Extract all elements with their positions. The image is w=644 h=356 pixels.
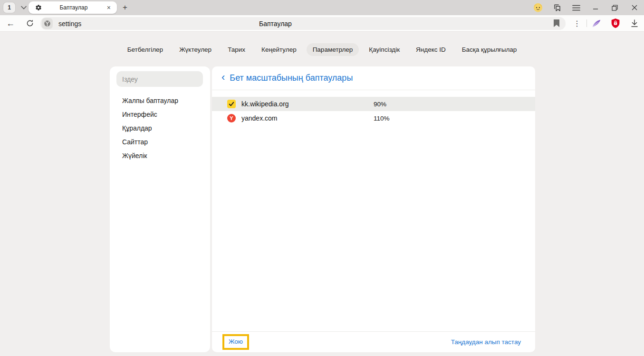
tab-counter-badge[interactable]: 1 xyxy=(3,2,15,13)
yandex-favicon-icon: Y xyxy=(227,114,236,122)
site-badge[interactable] xyxy=(42,18,53,29)
checkmark-icon xyxy=(229,102,234,107)
bookmark-page-button[interactable] xyxy=(553,19,560,27)
shield-lock-icon xyxy=(611,18,620,28)
nav-tab-extensions[interactable]: Кеңейтулер xyxy=(255,43,303,56)
site-zoom-list: kk.wikipedia.org 90% Y yandex.com 110% xyxy=(212,97,535,125)
window-restore-button[interactable] xyxy=(605,0,625,15)
sidebar-item-general[interactable]: Жалпы баптаулар xyxy=(110,94,210,107)
site-zoom-value: 110% xyxy=(374,115,390,122)
checkbox-checked-icon[interactable] xyxy=(227,100,236,108)
restore-icon xyxy=(612,5,618,11)
tab-strip: 1 Баптаулар × + xyxy=(0,0,644,15)
yandex-browser-icon xyxy=(44,20,51,27)
gear-icon xyxy=(35,4,42,11)
tab-list-chevron-button[interactable] xyxy=(18,2,29,13)
browser-menu-button[interactable] xyxy=(567,0,586,15)
site-row-wikipedia[interactable]: kk.wikipedia.org 90% xyxy=(212,97,535,111)
settings-sidebar: Жалпы баптаулар Интерфейс Құралдар Сайтт… xyxy=(110,66,210,352)
nav-tab-settings[interactable]: Параметрлер xyxy=(307,43,359,56)
browser-tab-settings[interactable]: Баптаулар × xyxy=(29,1,117,14)
nav-tab-history[interactable]: Тарих xyxy=(221,43,251,56)
site-row-yandex[interactable]: Y yandex.com 110% xyxy=(212,111,535,125)
unselect-all-link[interactable]: Таңдаудан алып тастау xyxy=(451,338,521,346)
sidebar-items: Жалпы баптаулар Интерфейс Құралдар Сайтт… xyxy=(110,94,210,162)
sidebar-item-sites[interactable]: Сайттар xyxy=(110,135,210,149)
sidebar-search xyxy=(116,71,203,87)
window-close-button[interactable] xyxy=(625,0,644,15)
nav-tab-other-devices[interactable]: Басқа құрылғылар xyxy=(456,43,523,56)
reload-icon xyxy=(26,19,34,27)
vertical-dots-icon: ⋮ xyxy=(573,19,581,28)
url-overflow-menu-button[interactable]: ⋮ xyxy=(567,15,586,31)
page-zoom-settings-panel: ‹ Бет масштабының баптаулары kk.wikipedi… xyxy=(212,66,535,352)
address-bar: ← settings Баптаулар ⋮ xyxy=(0,15,644,32)
settings-page: Бетбелгілер Жүктеулер Тарих Кеңейтулер П… xyxy=(0,32,644,356)
site-zoom-value: 90% xyxy=(374,101,386,108)
downloads-button[interactable] xyxy=(625,15,644,31)
delete-button[interactable]: Жою xyxy=(222,334,249,349)
sidebar-item-system[interactable]: Жүйелік xyxy=(110,149,210,162)
nav-tab-downloads[interactable]: Жүктеулер xyxy=(173,43,218,56)
nav-tab-security[interactable]: Қауіпсіздік xyxy=(363,43,406,56)
sidebar-item-interface[interactable]: Интерфейс xyxy=(110,107,210,121)
panel-header[interactable]: ‹ Бет масштабының баптаулары xyxy=(212,66,535,90)
protect-shield-button[interactable] xyxy=(606,15,625,31)
window-minimize-button[interactable] xyxy=(586,0,605,15)
collections-button[interactable] xyxy=(548,0,567,15)
chevron-down-icon xyxy=(21,6,27,9)
settings-nav-tabs: Бетбелгілер Жүктеулер Тарих Кеңейтулер П… xyxy=(0,43,644,56)
nav-tab-bookmarks[interactable]: Бетбелгілер xyxy=(121,43,169,56)
panel-title: Бет масштабының баптаулары xyxy=(230,73,353,83)
tab-title: Баптаулар xyxy=(42,4,106,11)
back-chevron-icon[interactable]: ‹ xyxy=(221,72,225,84)
url-field[interactable]: settings Баптаулар xyxy=(40,17,566,30)
page-title-in-bar: Баптаулар xyxy=(259,17,292,30)
tab-close-button[interactable]: × xyxy=(106,3,112,12)
panel-footer: Жою Таңдаудан алып тастау xyxy=(212,331,535,352)
site-name: yandex.com xyxy=(241,114,277,122)
avatar-icon xyxy=(533,3,543,12)
reload-button[interactable] xyxy=(23,15,37,31)
nav-tab-yandex-id[interactable]: Яндекс ID xyxy=(410,43,452,56)
search-input[interactable] xyxy=(116,71,203,87)
sidebar-item-tools[interactable]: Құралдар xyxy=(110,121,210,135)
feather-icon xyxy=(591,18,602,28)
close-icon xyxy=(632,5,637,10)
zen-feather-button[interactable] xyxy=(587,15,606,31)
hamburger-icon xyxy=(572,5,580,11)
url-text: settings xyxy=(58,20,81,28)
collections-icon xyxy=(553,3,562,12)
minimize-icon xyxy=(593,5,598,10)
download-icon xyxy=(631,19,638,28)
site-name: kk.wikipedia.org xyxy=(241,100,289,108)
bookmark-flag-icon xyxy=(553,19,560,27)
new-tab-button[interactable]: + xyxy=(120,2,130,13)
back-button[interactable]: ← xyxy=(3,15,18,31)
profile-avatar[interactable] xyxy=(529,0,548,15)
